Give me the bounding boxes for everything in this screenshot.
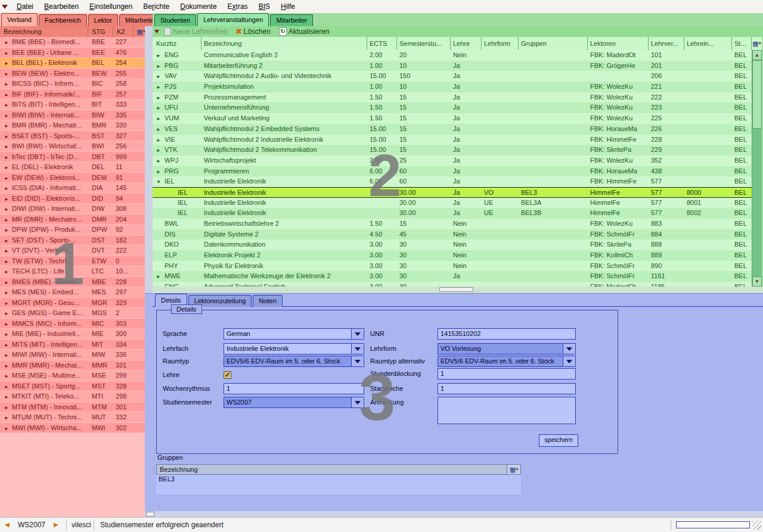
menu-extras[interactable]: Extras <box>222 2 253 11</box>
col-kz[interactable]: KZ <box>113 26 134 37</box>
vertical-scrollbar[interactable]: ▲ ▼ <box>752 50 762 287</box>
studiengang-row[interactable]: ►MIE (MIE) - Industriell...MIE300 <box>0 329 145 340</box>
expand-arrow-icon[interactable]: ► <box>4 134 9 139</box>
studiengang-row[interactable]: ►MIMCS (MIC) - Inform...MIC303 <box>0 319 145 329</box>
studiengang-row[interactable]: ►BME (BBE) - Biomedi...BBE227 <box>0 37 145 48</box>
expand-arrow-icon[interactable]: ► <box>4 92 9 98</box>
expand-arrow-icon[interactable]: ► <box>156 103 161 113</box>
expand-arrow-icon[interactable]: ► <box>156 272 161 282</box>
studiengang-row[interactable]: ►EL (DEL) - ElektronikDEL11 <box>0 162 145 173</box>
studiengang-row[interactable]: ►BEE (BEE) - Urbane ...BEE476 <box>0 48 145 58</box>
chevron-down-icon[interactable] <box>351 329 364 339</box>
lehreinheit-row[interactable]: ►VESWahlpflichtmodul 2 Embedded Systems1… <box>153 124 752 135</box>
expand-arrow-icon[interactable]: ► <box>156 167 161 177</box>
new-lehreinheit-button[interactable]: Neue Lehreinheit <box>164 27 227 36</box>
column-config-button[interactable]: ▦ <box>752 37 762 50</box>
stundenblockung-input[interactable]: 1 <box>438 368 576 379</box>
lehreinheit-row[interactable]: BWLBetriebswirtschaftslehre 21.5015NeinF… <box>153 219 752 229</box>
expand-arrow-icon[interactable]: ► <box>4 353 9 358</box>
lehreinheit-row[interactable]: PHYPhysik für Elektronik3.0030NeinFBK: S… <box>153 261 752 272</box>
studiengang-row[interactable]: ►MIWI (MIW) - Internati...MIW336 <box>0 350 145 360</box>
expand-arrow-icon[interactable]: ► <box>4 311 9 316</box>
col-stg[interactable]: STG <box>88 26 113 37</box>
lehreinheit-row[interactable]: ▼IELIndustrielle Elektronik6.0060JaFBK: … <box>153 176 752 187</box>
lehreinheit-row[interactable]: IELIndustrielle Elektronik30.00JaUEBEL3A… <box>153 198 752 209</box>
expand-arrow-icon[interactable]: ► <box>4 248 9 254</box>
col-lektoren[interactable]: Lektoren <box>588 37 649 50</box>
expand-arrow-icon[interactable]: ► <box>4 394 9 400</box>
expand-arrow-icon[interactable]: ► <box>156 51 161 61</box>
expand-arrow-icon[interactable]: ► <box>4 363 9 369</box>
lehreinheit-row[interactable]: ►WPJWirtschaftsprojekt2.5025JaFBK: Wolez… <box>153 155 752 166</box>
scroll-down-button[interactable]: ▼ <box>752 276 762 287</box>
lehreinheit-row[interactable]: ►VAVWahlpflichtmodul 2 Audio- und Videot… <box>153 71 752 82</box>
horizontal-scrollbar[interactable] <box>145 511 763 517</box>
scrollbar-thumb[interactable] <box>439 287 473 292</box>
expand-arrow-icon[interactable]: ► <box>4 384 9 390</box>
lehrform-select[interactable]: VO Vorlesung <box>438 343 576 354</box>
column-config-button[interactable]: ▦ <box>134 26 145 37</box>
expand-arrow-icon[interactable]: ► <box>156 93 161 103</box>
chevron-down-icon[interactable] <box>563 344 575 354</box>
expand-arrow-icon[interactable]: ► <box>4 405 9 410</box>
lehreinheit-row[interactable]: ►VIEWahlpflichtmodul 2 Industrielle Elek… <box>153 135 752 145</box>
expand-arrow-icon[interactable]: ► <box>4 144 9 150</box>
lehreinheit-row[interactable]: ►UFUUnternehmensführung1.5015JaFBK: Wole… <box>153 102 752 113</box>
expand-arrow-icon[interactable]: ► <box>4 269 9 275</box>
lehrfach-select[interactable]: Industrielle Elektronik <box>224 343 364 354</box>
studiengang-row[interactable]: ►GES (MGS) - Game E...MGS2 <box>0 308 145 319</box>
studiengang-row[interactable]: ►MSE (MSE) - Multime...MSE299 <box>0 371 145 381</box>
studiengang-row[interactable]: ►TECH (LTC) - Life ...LTC10... <box>0 266 145 277</box>
menu-einstellungen[interactable]: Einstellungen <box>84 2 138 11</box>
lehreinheit-row[interactable]: ►MWEMathematische Werkzeuge der Elektron… <box>153 271 752 282</box>
studiengang-row[interactable]: ►BMR (BMR) - Mechatr...BMR330 <box>0 120 145 131</box>
studiengang-row[interactable]: ►BWI (BWI) - Wirtschaf...BWI256 <box>0 141 145 152</box>
expand-arrow-icon[interactable]: ► <box>4 332 9 337</box>
gruppe-row[interactable]: BEL3 <box>156 475 521 484</box>
lehreinheit-row[interactable]: ►PBGMitarbeiterführung 21.0010JaFBK: Grö… <box>153 61 752 71</box>
scrollbar-thumb[interactable] <box>146 512 154 517</box>
save-button[interactable]: speichern <box>539 434 578 447</box>
raumtyp-alternativ-select[interactable]: EDV5/6 EDV-Raum im 5. oder 6. Stock <box>438 356 576 367</box>
expand-arrow-icon[interactable]: ► <box>4 259 9 265</box>
collapse-arrow-icon[interactable]: ▼ <box>156 177 161 187</box>
col-kurzbz[interactable]: Kurzbz <box>153 37 201 50</box>
sprache-select[interactable]: German <box>224 328 364 340</box>
studiengang-row[interactable]: ►DPW (DPW) - Produk...DPW92 <box>0 225 145 235</box>
wochenrythmus-input[interactable]: 1 <box>224 383 364 394</box>
col-lehrform[interactable]: Lehrform <box>482 37 519 50</box>
col-ects[interactable]: ECTS <box>367 37 397 50</box>
lehreinheit-row[interactable]: IELIndustrielle Elektronik30.00JaUEBEL3B… <box>153 208 752 219</box>
lehreinheit-row[interactable]: ELPElektronik Projekt 23.0030NeinFBK: Ko… <box>153 250 752 261</box>
horizontal-scrollbar[interactable] <box>153 287 763 293</box>
expand-arrow-icon[interactable]: ► <box>4 113 9 119</box>
col-bezeichnung[interactable]: Bezeichnung <box>201 37 367 50</box>
studiengang-row[interactable]: ►MES (MES) - Embed...MES297 <box>0 287 145 298</box>
delete-button[interactable]: ✖Löschen <box>235 27 270 36</box>
expand-arrow-icon[interactable]: ► <box>4 82 9 87</box>
expand-arrow-icon[interactable]: ► <box>156 156 161 166</box>
studiengang-row[interactable]: ►BICSS (BIC) - Inform...BIC258 <box>0 79 145 89</box>
studiengang-row[interactable]: ►BSET (BST) - Sports-...BST327 <box>0 131 145 142</box>
expand-arrow-icon[interactable]: ► <box>4 343 9 348</box>
col-bezeichnung[interactable]: Bezeichnung <box>157 465 507 474</box>
menu-hilfe[interactable]: Hilfe <box>275 2 300 11</box>
studiengang-row[interactable]: ►BEL (BEL) - ElektronikBEL254 <box>0 58 145 69</box>
expand-arrow-icon[interactable]: ► <box>156 114 161 124</box>
lehreinheit-row[interactable]: DKODatenkommunikation3.0030NeinFBK: Skri… <box>153 239 752 250</box>
studiengang-row[interactable]: ►bTec (DBT) - bTec (D...DBT999 <box>0 152 145 163</box>
menu-datei[interactable]: Datei <box>11 2 39 11</box>
studiengang-row[interactable]: ►MGRT (MGR) - Gesu...MGR329 <box>0 298 145 309</box>
expand-arrow-icon[interactable]: ► <box>4 217 9 223</box>
chevron-down-icon[interactable] <box>351 344 364 354</box>
studiengang-row[interactable]: ►BMES (MBE) - Biome...MBE228 <box>0 277 145 288</box>
lehreinheit-row[interactable]: ►PRGProgrammieren6.0060JaFBK: HoraueMa43… <box>153 166 752 177</box>
resize-grip[interactable] <box>752 521 761 530</box>
expand-arrow-icon[interactable]: ► <box>4 301 9 306</box>
expand-arrow-icon[interactable]: ► <box>4 186 9 191</box>
col-lehre[interactable]: Lehre <box>451 37 482 50</box>
col-lehrver[interactable]: Lehrver... <box>649 37 684 50</box>
lehreinheit-row[interactable]: ►VTKWahlpflichtmodul 2 Telekommunikation… <box>153 145 752 155</box>
expand-arrow-icon[interactable]: ► <box>4 61 9 66</box>
chevron-down-icon[interactable] <box>563 356 575 366</box>
